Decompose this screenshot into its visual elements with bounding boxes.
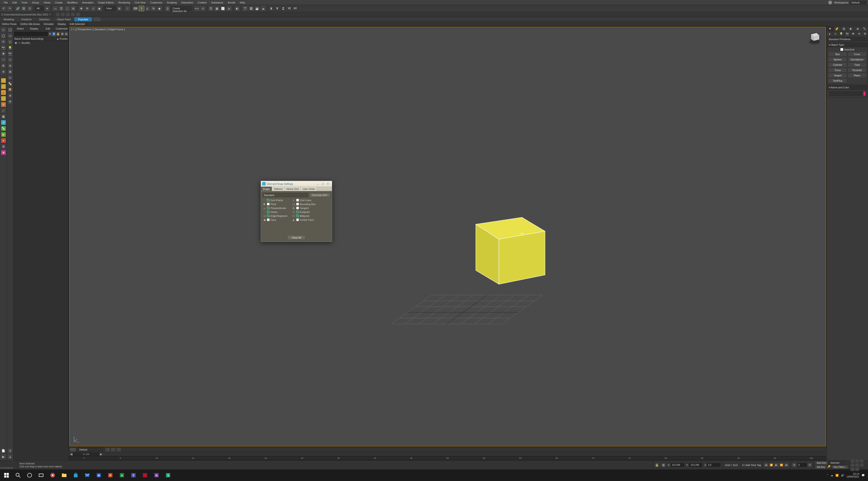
snap-checkbox[interactable] [296,219,299,221]
snap-vertex[interactable]: ·Vertex [263,211,287,214]
snap-bounding-box[interactable]: ▢Bounding Box [292,202,316,206]
snap-tangent[interactable]: ⊘Tangent [292,206,316,210]
ls-gold-1-icon[interactable] [1,78,6,83]
3dsmax-icon[interactable]: 3 [163,471,173,480]
rollout-object-type[interactable]: ▾ Object Type [827,42,868,47]
play-button[interactable]: ▶ [774,463,779,467]
key-target-dropdown[interactable]: Selected [829,461,845,464]
menu-help[interactable]: Help [238,0,247,5]
ls-sun-icon[interactable]: ☀ [1,102,6,107]
ls-light-icon[interactable]: ☀ [1,39,6,44]
fov-button[interactable] [850,463,855,467]
maxscript-listener[interactable]: MAXScript Mi [0,460,18,470]
select-object-button[interactable]: ▭ [53,6,58,11]
box001-mesh[interactable] [467,201,550,289]
ls-gold-2-icon[interactable] [1,84,6,89]
snap-pivot[interactable]: ✥Pivot [263,202,287,206]
sf-collapse-icon[interactable]: ▾ [8,448,13,453]
slider-next-button[interactable]: ▶ [99,453,102,456]
se-search-input[interactable] [14,32,48,36]
next-frame-button[interactable]: ⏩ [779,463,784,467]
path-btn-4[interactable] [71,12,75,17]
ls-camera-icon[interactable]: 📷 [1,45,6,50]
viewcube[interactable] [808,30,821,43]
time-slider[interactable]: 0 / 100 [73,453,99,456]
pan-button[interactable] [850,459,855,463]
angle-snap-button[interactable]: ∠ [145,6,150,11]
teams-icon[interactable]: T [128,471,138,480]
filter-button[interactable]: ▾ [44,6,50,11]
select-region-button[interactable]: ⬚ [64,6,70,11]
snap-toggle-button[interactable]: 3 [139,6,144,11]
primitive-category-dropdown[interactable]: Standard Primitives [827,37,867,41]
mail-icon[interactable] [82,471,92,480]
sf-helper-icon[interactable]: ⊹ [8,57,13,62]
cortana-button[interactable] [25,471,35,480]
rb-define-flows[interactable]: Define Flows [0,22,19,26]
select-name-button[interactable]: ☰ [58,6,64,11]
percent-snap-button[interactable]: % [151,6,156,11]
sf-container-icon[interactable]: 📦 [8,87,13,92]
menu-views[interactable]: Views [41,0,53,5]
cp-motion-tab[interactable]: ◉ [847,26,854,31]
move-button[interactable]: ✥ [79,6,84,11]
abs-rel-icon[interactable]: ⊞ [661,463,665,467]
object-name-input[interactable] [829,91,862,96]
curve-editor-button[interactable]: 📈 [220,6,226,11]
se-tab-display[interactable]: Display [27,26,41,31]
sf-bone-icon[interactable]: 🦴 [8,81,13,86]
unlink-button[interactable]: ⛓ [21,6,27,11]
se-clear-icon[interactable]: ✕ [48,32,52,36]
sf-shape-icon[interactable]: ◇ [8,39,13,44]
sf-camera-icon[interactable]: 📷 [8,51,13,56]
snap-checkbox[interactable] [267,199,270,202]
sf-xref-icon[interactable]: ⎋ [8,75,13,80]
menu-modifiers[interactable]: Modifiers [65,0,80,5]
snap-checkbox[interactable] [296,211,299,214]
dialog-close-button[interactable]: ✕ [326,182,331,186]
ribbon-selection[interactable]: Selection [35,17,53,22]
rb-simulate[interactable]: Simulate [42,22,56,26]
menu-edit[interactable]: Edit [10,0,19,5]
ls-red-sphere-icon[interactable]: ● [1,138,6,143]
key-mode-button[interactable]: ⟲ [792,463,797,467]
tray-chevron-icon[interactable]: ˄ [827,474,828,477]
store-icon[interactable] [71,471,81,480]
cp-modify-tab[interactable]: 🌈 [834,26,840,31]
snap-face[interactable]: ◀Face [263,218,287,221]
word-icon[interactable]: W [94,471,104,480]
auto-key-button[interactable]: Auto Key [815,461,828,464]
manip-button[interactable]: ☟ [125,6,130,11]
ls-helper-icon[interactable]: ✚ [1,51,6,56]
ls-system-icon[interactable]: ⚙ [1,63,6,68]
ls-hand-icon[interactable]: ✋ [1,132,6,137]
primitive-textplus-button[interactable]: TextPlus [828,78,847,83]
se-filter-icon[interactable]: ▼ [52,32,56,36]
layer-dropdown[interactable]: Default [77,448,102,451]
dlg-tab-homegrid[interactable]: Home Grid [285,187,301,191]
lock-selection-icon[interactable]: 🔒 [655,463,659,467]
ls-space-warp-icon[interactable]: ≋ [1,69,6,74]
menu-file[interactable]: File [1,0,10,5]
key-filters-button[interactable]: Key Filters... [832,465,848,469]
ls-multi-icon[interactable]: ⊞ [1,144,6,149]
layer-explorer-button[interactable]: ☰ [208,6,214,11]
ls-script-icon[interactable]: 📄 [1,448,6,453]
sf-geom-icon[interactable]: ▭ [8,33,13,38]
time-config-button[interactable]: ⏱ [808,463,812,467]
tray-network-icon[interactable]: 📶 [835,474,839,477]
render-online-button[interactable]: ☁ [260,6,266,11]
coord-y-input[interactable] [689,463,702,467]
snap-checkbox[interactable] [267,203,270,205]
cp-create-tab[interactable]: ✚ [827,26,834,31]
add-time-tag-button[interactable]: 🏷 Add Time Tag [742,464,761,467]
ribbon-infinity-icon[interactable] [94,18,100,21]
tray-onedrive-icon[interactable]: ☁ [831,474,833,477]
primitive-tube-button[interactable]: Tube [848,63,866,67]
visible-icon[interactable]: ◉ [15,41,17,44]
ls-teapot-icon[interactable]: 🫖 [1,90,6,95]
snap-edge-segment[interactable]: ◁Edge/Segment [263,214,287,218]
material-swatch[interactable] [70,448,76,452]
sf-group-icon[interactable]: ⊞ [8,69,13,74]
ls-particle-icon[interactable]: ❄ [1,120,6,125]
